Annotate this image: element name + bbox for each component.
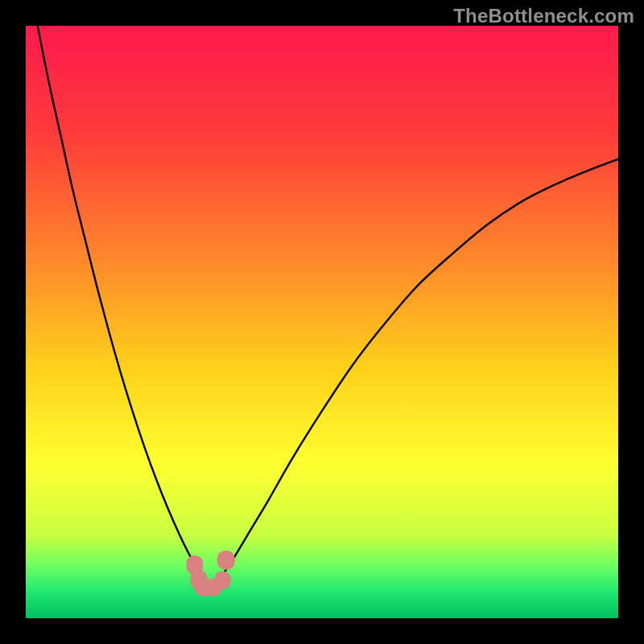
- chart-plot-area: [26, 26, 618, 618]
- valley-marker-5: [217, 551, 235, 570]
- chart-svg: [26, 26, 618, 618]
- valley-marker-4: [214, 572, 231, 589]
- watermark-text: TheBottleneck.com: [453, 5, 634, 27]
- gradient-background: [26, 26, 618, 618]
- chart-frame: TheBottleneck.com: [0, 0, 644, 644]
